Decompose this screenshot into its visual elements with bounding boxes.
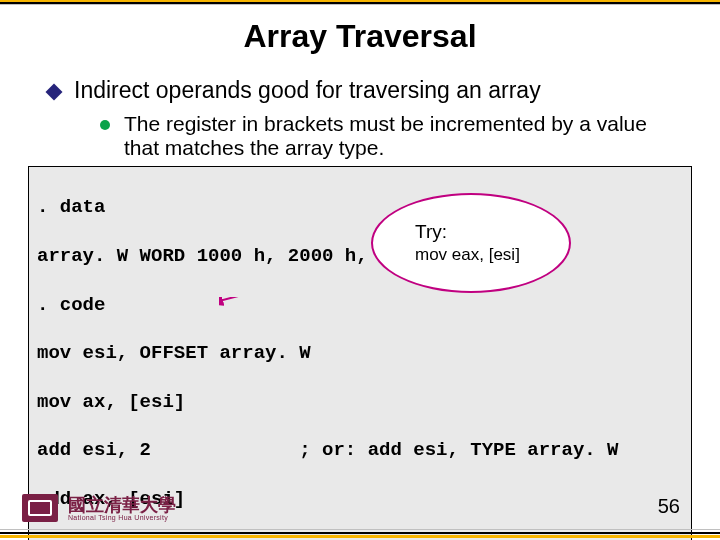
code-line: mov ax, [esi]: [37, 390, 683, 414]
page-number: 56: [658, 495, 680, 518]
slide-title: Array Traversal: [0, 18, 720, 55]
dot-icon: [100, 120, 110, 130]
main-bullet-text: Indirect operands good for traversing an…: [74, 77, 541, 104]
code-line: array. W WORD 1000 h, 2000 h, 3000 h: [37, 244, 683, 268]
sub-bullet: The register in brackets must be increme…: [100, 112, 670, 160]
university-name-zh: 國立清華大學: [68, 496, 176, 514]
sub-bullet-text: The register in brackets must be increme…: [124, 112, 670, 160]
diamond-icon: [46, 84, 63, 101]
main-bullet: Indirect operands good for traversing an…: [48, 77, 680, 104]
code-line: . code: [37, 293, 683, 317]
university-name-en: National Tsing Hua University: [68, 514, 176, 521]
callout-line2: mov eax, [esi]: [415, 244, 569, 266]
code-line: mov esi, OFFSET array. W: [37, 341, 683, 365]
code-line: . data: [37, 195, 683, 219]
university-logo-icon: [22, 494, 58, 522]
try-callout: Try: mov eax, [esi]: [371, 193, 571, 293]
code-block: . data array. W WORD 1000 h, 2000 h, 300…: [28, 166, 692, 540]
callout-line1: Try:: [415, 220, 569, 245]
code-line: add esi, 2 ; or: add esi, TYPE array. W: [37, 438, 683, 462]
footer: 國立清華大學 National Tsing Hua University: [22, 494, 176, 522]
